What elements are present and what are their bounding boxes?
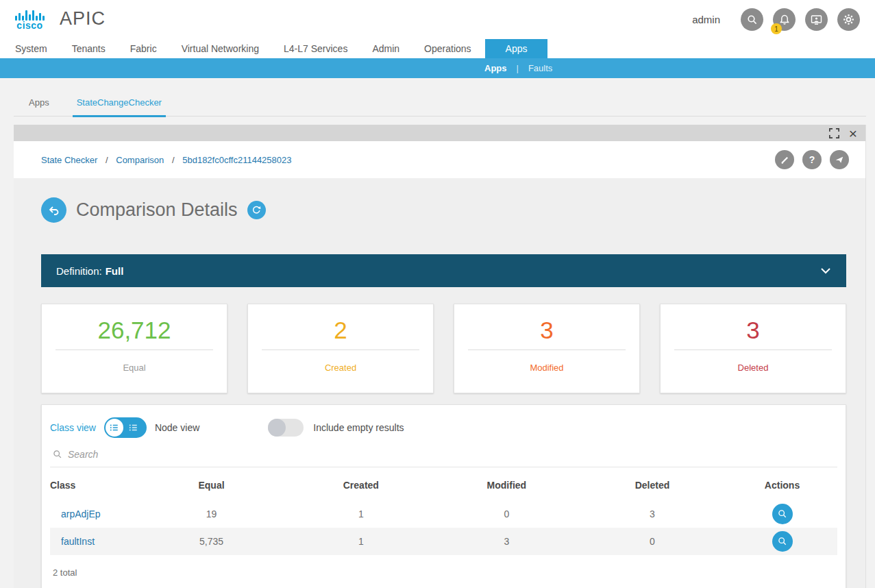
search-icon bbox=[747, 14, 758, 25]
window-bar: × bbox=[14, 125, 865, 141]
app-title: APIC bbox=[60, 8, 106, 31]
definition-value: Full bbox=[106, 265, 124, 277]
nav-item-fabric[interactable]: Fabric bbox=[130, 39, 157, 58]
class-view-label[interactable]: Class view bbox=[50, 422, 96, 433]
breadcrumb-separator: / bbox=[106, 155, 108, 165]
search-icon bbox=[53, 450, 62, 459]
app-frame: × State Checker / Comparison / 5bd182fc0… bbox=[14, 125, 866, 588]
pencil-icon bbox=[780, 156, 789, 164]
subnav-divider: | bbox=[517, 63, 519, 73]
inspect-row-button[interactable] bbox=[772, 504, 793, 524]
stat-card-deleted: 3 Deleted bbox=[660, 304, 846, 393]
column-header-modified: Modified bbox=[436, 467, 578, 500]
fullscreen-icon bbox=[829, 128, 839, 138]
subnav-item-faults[interactable]: Faults bbox=[528, 63, 552, 73]
search-icon bbox=[778, 537, 787, 546]
notifications-button[interactable]: 1 bbox=[773, 8, 796, 31]
column-header-class: Class bbox=[50, 467, 136, 500]
back-arrow-icon bbox=[47, 204, 60, 217]
subnav-item-apps[interactable]: Apps bbox=[484, 63, 507, 73]
column-header-actions: Actions bbox=[727, 467, 837, 500]
monitor-user-icon bbox=[811, 14, 822, 25]
created-value: 1 bbox=[286, 500, 436, 528]
top-header: cisco APIC admin 1 bbox=[0, 0, 875, 39]
app-tabs: Apps StateChangeChecker bbox=[14, 92, 866, 117]
fullscreen-button[interactable] bbox=[829, 128, 839, 138]
cisco-wordmark: cisco bbox=[16, 21, 42, 31]
page-title: Comparison Details bbox=[76, 199, 238, 221]
nav-item-tenants[interactable]: Tenants bbox=[72, 39, 106, 58]
column-header-deleted: Deleted bbox=[578, 467, 727, 500]
class-link[interactable]: faultInst bbox=[61, 536, 95, 547]
class-view-list-icon bbox=[109, 423, 119, 432]
tab-apps[interactable]: Apps bbox=[25, 97, 53, 116]
definition-bar[interactable]: Definition:Full bbox=[41, 254, 846, 287]
view-mode-toggle[interactable] bbox=[104, 417, 147, 438]
apic-screen: cisco APIC admin 1 System Tenants Fabric bbox=[0, 0, 875, 588]
cisco-logo-bars bbox=[15, 10, 45, 21]
nav-item-operations[interactable]: Operations bbox=[424, 39, 471, 58]
comparison-table: Class Equal Created Modified Deleted Act… bbox=[50, 467, 837, 555]
settings-button[interactable] bbox=[837, 8, 860, 31]
stat-card-modified: 3 Modified bbox=[454, 304, 640, 393]
tab-statechangechecker[interactable]: StateChangeChecker bbox=[73, 97, 166, 117]
table-row: faultInst 5,735 1 3 0 bbox=[50, 528, 837, 555]
stat-card-equal: 26,712 Equal bbox=[41, 304, 227, 393]
stat-label: Equal bbox=[42, 350, 227, 373]
refresh-icon bbox=[251, 205, 262, 215]
class-link[interactable]: arpAdjEp bbox=[61, 509, 101, 519]
breadcrumb-state-checker[interactable]: State Checker bbox=[41, 155, 97, 165]
search-button[interactable] bbox=[741, 8, 763, 31]
breadcrumb-comparison-id[interactable]: 5bd182fc0cffc21144258023 bbox=[182, 155, 291, 165]
system-tools-button[interactable] bbox=[805, 8, 828, 31]
search-input[interactable] bbox=[68, 449, 287, 460]
cisco-logo: cisco bbox=[15, 10, 45, 31]
stat-value: 3 bbox=[454, 304, 639, 350]
breadcrumb: State Checker / Comparison / 5bd182fc0cf… bbox=[41, 155, 292, 165]
stat-label: Deleted bbox=[661, 350, 846, 373]
help-button[interactable]: ? bbox=[802, 150, 822, 169]
column-header-equal: Equal bbox=[136, 467, 286, 500]
include-empty-toggle[interactable] bbox=[268, 419, 304, 437]
nav-item-system[interactable]: System bbox=[15, 39, 47, 58]
stat-label: Created bbox=[248, 350, 433, 373]
refresh-button[interactable] bbox=[247, 201, 266, 219]
nav-item-virtual-networking[interactable]: Virtual Networking bbox=[182, 39, 259, 58]
stat-card-created: 2 Created bbox=[247, 304, 434, 393]
created-value: 1 bbox=[286, 528, 436, 555]
main-nav: System Tenants Fabric Virtual Networking… bbox=[0, 39, 875, 58]
modified-value: 3 bbox=[436, 528, 578, 555]
total-count: 2 total bbox=[42, 555, 846, 588]
results-panel: Class view Node view bbox=[41, 404, 846, 588]
announcement-button[interactable] bbox=[830, 150, 849, 169]
nav-item-admin[interactable]: Admin bbox=[372, 39, 399, 58]
stat-cards: 26,712 Equal 2 Created 3 Modified bbox=[41, 304, 846, 393]
table-row: arpAdjEp 19 1 0 3 bbox=[50, 500, 837, 528]
close-button[interactable]: × bbox=[849, 126, 857, 140]
equal-value: 19 bbox=[136, 500, 286, 528]
close-icon: × bbox=[849, 126, 857, 140]
username: admin bbox=[692, 14, 720, 25]
column-header-created: Created bbox=[286, 467, 436, 500]
deleted-value: 3 bbox=[578, 500, 727, 528]
stat-value: 26,712 bbox=[42, 304, 227, 350]
back-button[interactable] bbox=[41, 197, 66, 223]
node-view-label[interactable]: Node view bbox=[155, 422, 199, 433]
inspect-row-button[interactable] bbox=[772, 531, 793, 552]
stat-value: 2 bbox=[248, 304, 433, 350]
nav-item-apps[interactable]: Apps bbox=[485, 39, 548, 58]
search-icon bbox=[778, 509, 787, 519]
notification-badge: 1 bbox=[771, 23, 782, 34]
gear-icon bbox=[843, 14, 854, 25]
include-empty-label: Include empty results bbox=[313, 422, 404, 433]
breadcrumb-separator: / bbox=[172, 155, 175, 165]
chevron-down-icon bbox=[820, 267, 831, 274]
equal-value: 5,735 bbox=[136, 528, 286, 555]
breadcrumb-comparison[interactable]: Comparison bbox=[116, 155, 164, 165]
sub-nav: Apps | Faults bbox=[0, 58, 875, 78]
stat-label: Modified bbox=[454, 350, 639, 373]
nav-item-l4-l7-services[interactable]: L4-L7 Services bbox=[284, 39, 347, 58]
edit-button[interactable] bbox=[775, 150, 794, 169]
question-mark-icon: ? bbox=[809, 154, 815, 165]
stat-value: 3 bbox=[661, 304, 846, 350]
